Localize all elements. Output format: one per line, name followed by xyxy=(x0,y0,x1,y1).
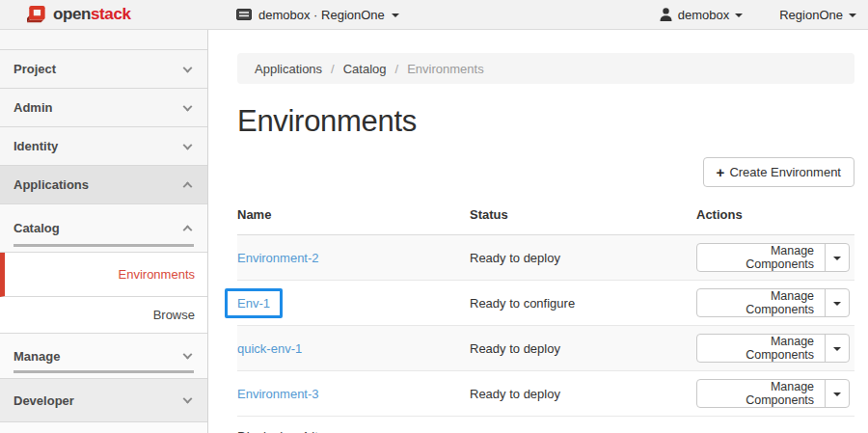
status-text: Ready to deploy xyxy=(470,235,696,281)
status-text: Ready to deploy xyxy=(470,326,696,371)
column-header-name[interactable]: Name xyxy=(237,202,470,235)
user-menu[interactable]: demobox xyxy=(660,8,743,22)
sidebar-item-environments[interactable]: Environments xyxy=(0,253,207,297)
sidebar-item-admin[interactable]: Admin xyxy=(0,89,207,127)
chevron-down-icon xyxy=(183,350,193,360)
openstack-cube-icon xyxy=(26,5,47,24)
row-action-group: Manage Components xyxy=(696,334,850,363)
status-text: Ready to deploy xyxy=(470,371,696,417)
column-header-actions: Actions xyxy=(696,202,854,235)
sidebar-item-applications[interactable]: Applications xyxy=(0,166,207,204)
chevron-down-icon xyxy=(833,347,841,351)
openstack-wordmark: openstack xyxy=(53,0,131,29)
sidebar-item-identity[interactable]: Identity xyxy=(0,127,207,166)
chevron-down-icon xyxy=(833,302,841,306)
environment-link[interactable]: Environment-2 xyxy=(237,251,319,265)
manage-components-button[interactable]: Manage Components xyxy=(697,244,825,271)
user-menu-label: demobox xyxy=(678,8,729,22)
breadcrumb-separator: / xyxy=(395,62,399,76)
table-toolbar: + Create Environment xyxy=(237,157,854,187)
sidebar-item-manage[interactable]: Manage xyxy=(0,334,207,379)
chevron-down-icon xyxy=(183,140,193,149)
click-highlight-box: Env-1 xyxy=(225,288,283,318)
table-row: Env-1 Ready to configure Manage Componen… xyxy=(237,281,854,326)
row-action-dropdown-toggle[interactable] xyxy=(825,289,849,316)
page-title: Environments xyxy=(237,104,854,139)
breadcrumb-applications[interactable]: Applications xyxy=(255,62,322,76)
table-row: Environment-3 Ready to deploy Manage Com… xyxy=(237,371,854,417)
manage-components-button[interactable]: Manage Components xyxy=(697,335,825,362)
row-action-group: Manage Components xyxy=(696,288,850,317)
create-environment-button[interactable]: + Create Environment xyxy=(703,157,854,187)
row-action-group: Manage Components xyxy=(696,379,850,408)
chevron-down-icon xyxy=(735,14,743,17)
chevron-down-icon xyxy=(183,63,193,72)
chevron-up-icon xyxy=(183,225,193,234)
sidebar-bottom-spacer xyxy=(0,422,207,433)
user-icon xyxy=(660,8,672,21)
chevron-down-icon xyxy=(392,14,399,17)
environment-link[interactable]: Env-1 xyxy=(237,296,270,311)
table-footer-count: Displaying 4 items xyxy=(237,417,854,433)
sidebar-item-developer[interactable]: Developer xyxy=(0,379,207,422)
table-row: Environment-2 Ready to deploy Manage Com… xyxy=(237,235,854,281)
region-menu-label: RegionOne xyxy=(779,8,843,22)
section-divider xyxy=(14,370,194,373)
chevron-up-icon xyxy=(183,181,193,191)
sidebar-nav: Project Admin Identity Applications Cata… xyxy=(0,30,208,433)
sidebar-item-browse[interactable]: Browse xyxy=(0,297,207,334)
chevron-down-icon xyxy=(833,257,841,260)
openstack-logo: openstack xyxy=(26,0,131,29)
sidebar-item-catalog[interactable]: Catalog xyxy=(0,204,207,253)
manage-components-button[interactable]: Manage Components xyxy=(697,380,825,407)
environment-link[interactable]: quick-env-1 xyxy=(237,341,302,356)
chevron-down-icon xyxy=(849,14,856,17)
row-action-dropdown-toggle[interactable] xyxy=(825,335,849,362)
breadcrumb-separator: / xyxy=(331,62,335,76)
section-divider xyxy=(14,244,194,247)
plus-icon: + xyxy=(717,164,725,180)
chevron-down-icon xyxy=(183,394,193,404)
row-action-dropdown-toggle[interactable] xyxy=(825,380,849,407)
breadcrumb-catalog[interactable]: Catalog xyxy=(343,62,387,76)
domain-card-icon xyxy=(236,9,252,20)
region-menu[interactable]: RegionOne xyxy=(779,8,856,22)
environment-link[interactable]: Environment-3 xyxy=(237,387,319,401)
environments-table: Name Status Actions Environment-2 Ready … xyxy=(237,202,854,417)
sidebar-item-project[interactable]: Project xyxy=(0,50,207,89)
top-navbar: openstack demobox · RegionOne demobox Re… xyxy=(0,0,868,30)
manage-components-button[interactable]: Manage Components xyxy=(697,289,825,316)
breadcrumb-current: Environments xyxy=(407,62,483,76)
chevron-down-icon xyxy=(183,101,193,111)
status-text: Ready to configure xyxy=(470,281,696,326)
row-action-dropdown-toggle[interactable] xyxy=(825,244,849,271)
main-content: Applications / Catalog / Environments En… xyxy=(208,30,868,433)
context-label: demobox · RegionOne xyxy=(258,8,385,22)
chevron-down-icon xyxy=(833,392,841,396)
column-header-status[interactable]: Status xyxy=(470,202,696,235)
table-row: quick-env-1 Ready to deploy Manage Compo… xyxy=(237,326,854,371)
row-action-group: Manage Components xyxy=(696,243,850,272)
breadcrumb: Applications / Catalog / Environments xyxy=(237,53,854,84)
sidebar-spacer xyxy=(0,30,207,50)
project-region-switcher[interactable]: demobox · RegionOne xyxy=(236,0,399,29)
